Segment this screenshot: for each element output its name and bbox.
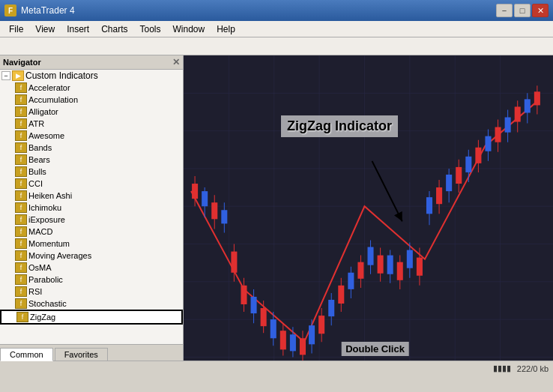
list-item[interactable]: f Parabolic — [0, 274, 183, 286]
svg-rect-45 — [328, 300, 334, 316]
indicator-icon: f — [16, 312, 28, 322]
svg-rect-39 — [300, 338, 306, 355]
indicator-icon: f — [15, 286, 27, 297]
svg-rect-35 — [280, 331, 286, 349]
svg-rect-87 — [534, 91, 540, 105]
minimize-button[interactable]: − — [496, 4, 513, 17]
navigator-close[interactable]: ✕ — [172, 57, 180, 67]
indicator-icon: f — [15, 154, 27, 165]
toolbar — [0, 37, 553, 55]
menu-file[interactable]: File — [3, 22, 29, 36]
svg-rect-47 — [338, 286, 344, 304]
svg-rect-65 — [426, 197, 432, 214]
list-item[interactable]: f Ichimoku — [0, 202, 183, 214]
title-bar: F MetaTrader 4 − □ ✕ — [0, 0, 553, 21]
chart-area: ZigZag Indicator Double Click — [184, 55, 553, 361]
svg-rect-17 — [192, 184, 198, 199]
svg-rect-31 — [261, 308, 267, 326]
memory-status: 222/0 kb — [517, 364, 549, 373]
svg-rect-43 — [318, 316, 324, 334]
svg-rect-85 — [525, 99, 531, 112]
svg-rect-75 — [475, 148, 481, 163]
menu-tools[interactable]: Tools — [134, 22, 167, 36]
list-item-zigzag[interactable]: f ZigZag — [0, 310, 183, 325]
indicator-icon: f — [15, 214, 27, 225]
navigator-panel: Navigator ✕ − ▶ Custom Indicators f Acce… — [0, 55, 184, 361]
close-button[interactable]: ✕ — [532, 4, 549, 17]
title-bar-buttons: − □ ✕ — [496, 4, 549, 17]
list-item[interactable]: f OsMA — [0, 262, 183, 274]
list-item[interactable]: f Moving Averages — [0, 250, 183, 262]
restore-button[interactable]: □ — [514, 4, 531, 17]
menu-view[interactable]: View — [29, 22, 61, 36]
list-item[interactable]: f MACD — [0, 226, 183, 238]
indicator-icon: f — [15, 178, 27, 189]
svg-rect-27 — [241, 286, 247, 304]
svg-rect-71 — [456, 167, 462, 184]
svg-rect-37 — [290, 334, 296, 351]
tree-root-custom-indicators[interactable]: − ▶ Custom Indicators — [0, 70, 183, 82]
main-content: Navigator ✕ − ▶ Custom Indicators f Acce… — [0, 55, 553, 361]
menu-charts[interactable]: Charts — [95, 22, 133, 36]
indicator-icon: f — [15, 130, 27, 141]
indicator-icon: f — [15, 250, 27, 261]
indicator-icon: f — [15, 238, 27, 249]
list-item[interactable]: f Bears — [0, 154, 183, 166]
indicator-icon: f — [15, 106, 27, 117]
svg-rect-23 — [221, 210, 227, 223]
svg-rect-49 — [348, 273, 354, 289]
status-bar: ▮▮▮▮ 222/0 kb — [0, 361, 553, 376]
indicator-icon: f — [15, 118, 27, 129]
svg-rect-53 — [367, 247, 373, 265]
indicator-icon: f — [15, 202, 27, 213]
tab-common[interactable]: Common — [0, 348, 53, 361]
indicator-icon: f — [15, 262, 27, 273]
navigator-header: Navigator ✕ — [0, 55, 183, 70]
svg-rect-67 — [436, 187, 442, 204]
tab-favorites[interactable]: Favorites — [55, 348, 108, 361]
list-item[interactable]: f Accelerator — [0, 82, 183, 94]
menu-help[interactable]: Help — [211, 22, 241, 36]
chart-canvas — [184, 55, 553, 361]
list-item[interactable]: f iExposure — [0, 214, 183, 226]
indicator-icon: f — [15, 274, 27, 285]
list-item[interactable]: f Stochastic — [0, 298, 183, 310]
indicator-icon: f — [15, 226, 27, 237]
folder-icon: ▶ — [12, 70, 24, 81]
menu-insert[interactable]: Insert — [61, 22, 95, 36]
menu-window[interactable]: Window — [167, 22, 211, 36]
svg-rect-0 — [184, 55, 553, 361]
indicator-icon: f — [15, 94, 27, 105]
indicator-icon: f — [15, 190, 27, 201]
list-item[interactable]: f ATR — [0, 118, 183, 130]
svg-rect-59 — [397, 262, 403, 280]
indicator-icon: f — [15, 298, 27, 309]
svg-rect-79 — [495, 127, 501, 142]
svg-rect-55 — [378, 256, 384, 274]
list-item[interactable]: f Bulls — [0, 166, 183, 178]
list-item[interactable]: f Momentum — [0, 238, 183, 250]
app-title: MetaTrader 4 — [21, 5, 75, 16]
list-item[interactable]: f Awesome — [0, 130, 183, 142]
svg-rect-19 — [202, 191, 208, 206]
svg-rect-69 — [446, 175, 452, 191]
svg-rect-33 — [271, 319, 276, 338]
list-item[interactable]: f CCI — [0, 178, 183, 190]
list-item[interactable]: f Alligator — [0, 106, 183, 118]
list-item[interactable]: f RSI — [0, 286, 183, 298]
svg-rect-25 — [231, 252, 237, 273]
indicator-icon: f — [15, 166, 27, 177]
svg-rect-61 — [407, 250, 413, 268]
list-item[interactable]: f Accumulation — [0, 94, 183, 106]
list-item[interactable]: f Heiken Ashi — [0, 190, 183, 202]
svg-rect-83 — [515, 106, 521, 121]
svg-rect-21 — [211, 202, 217, 219]
list-item[interactable]: f Bands — [0, 142, 183, 154]
root-label: Custom Indicators — [25, 70, 98, 81]
svg-rect-41 — [309, 325, 315, 344]
menu-bar: File View Insert Charts Tools Window Hel… — [0, 21, 553, 37]
double-click-label: Double Click — [341, 342, 409, 356]
svg-rect-81 — [505, 118, 511, 133]
navigator-tree[interactable]: − ▶ Custom Indicators f Accelerator f Ac… — [0, 70, 183, 344]
expand-icon[interactable]: − — [1, 71, 10, 80]
